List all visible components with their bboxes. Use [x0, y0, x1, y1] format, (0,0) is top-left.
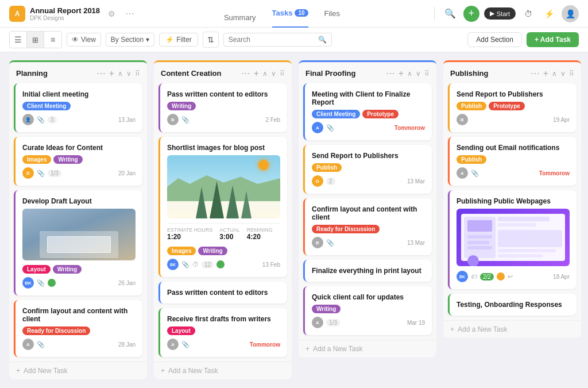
card-tags: Writing: [167, 102, 280, 110]
column-expand-cc[interactable]: ∧: [262, 70, 268, 78]
card-develop-draft[interactable]: Develop Draft Layout Layout Writing BK: [14, 190, 142, 295]
column-menu-planning[interactable]: ⋯: [96, 68, 106, 79]
column-drag-fp[interactable]: ⠿: [424, 70, 430, 78]
count-badge: 1/3: [48, 170, 61, 177]
tag-prototype: Prototype: [362, 110, 399, 118]
search-input[interactable]: [229, 36, 315, 44]
view-label-btn[interactable]: 👁 View: [67, 33, 101, 47]
column-content-creation: Content Creation ⋯ + ∧ ∨ ⠿ Pass written …: [154, 60, 292, 379]
nav-files[interactable]: Files: [324, 0, 340, 28]
avatar: A: [312, 122, 323, 133]
add-section-button[interactable]: Add Section: [467, 32, 522, 47]
eye-icon: 👁: [72, 36, 79, 44]
card-shortlist-images[interactable]: Shortlist images for blog post: [158, 137, 287, 277]
nav-summary[interactable]: Summary: [224, 0, 256, 28]
add-icon-btn[interactable]: +: [463, 6, 479, 22]
add-task-pub[interactable]: + Add a New Task: [443, 320, 581, 338]
column-drag-pub[interactable]: ⠿: [569, 70, 574, 78]
column-expand-fp[interactable]: ∧: [407, 70, 412, 78]
card-title: Receive first drafts from writers: [167, 315, 280, 323]
card-confirm-layout-planning[interactable]: Confirm layout and content with client R…: [14, 300, 142, 357]
card-meta: A 📎: [22, 339, 45, 350]
card-title: Finalize everything in print layout: [312, 267, 425, 275]
avatar: A: [167, 339, 179, 350]
column-collapse-pub[interactable]: ∨: [560, 70, 566, 78]
card-pass-content-cc[interactable]: Pass written content to editors Writing …: [158, 83, 287, 132]
column-collapse-cc[interactable]: ∨: [271, 70, 276, 78]
card-curate-ideas[interactable]: Curate Ideas for Content Images Writing …: [14, 137, 142, 186]
card-tags: Ready for Discussion: [312, 225, 425, 233]
avatar: B: [457, 114, 468, 125]
remaining-hours: Remining 4:20: [247, 227, 273, 241]
search-box[interactable]: 🔍: [223, 33, 332, 47]
card-image-scene: [167, 155, 280, 218]
list-view-btn[interactable]: ≡: [44, 32, 61, 48]
tag-ready: Ready for Discussion: [22, 326, 90, 335]
view-toggle-group: ☰ ⊞ ≡: [9, 31, 62, 48]
attachment-icon: 📎: [181, 341, 189, 348]
card-footer: BK 📎 26 Jan: [22, 277, 136, 289]
column-menu-fp[interactable]: ⋯: [386, 68, 395, 79]
column-add-planning[interactable]: +: [109, 68, 114, 79]
search-icon: 🔍: [318, 36, 327, 44]
card-date: 13 Feb: [262, 262, 280, 268]
start-button[interactable]: ▶ Start: [484, 7, 516, 20]
timer-icon-btn[interactable]: ⏱: [520, 6, 536, 22]
more-icon[interactable]: ⋯: [123, 7, 137, 21]
card-receive-drafts[interactable]: Receive first drafts from writers Layout…: [158, 308, 287, 357]
card-quick-client-call[interactable]: Quick client call for updates Writing A …: [303, 286, 432, 335]
column-drag-cc[interactable]: ⠿: [280, 70, 285, 78]
nav-tasks[interactable]: Tasks 10: [272, 0, 308, 28]
user-avatar[interactable]: 👤: [562, 5, 579, 22]
filter-button[interactable]: ⚡ Filter: [159, 33, 198, 47]
card-testing-onboarding[interactable]: Testing, Onboarding Responses: [448, 294, 577, 316]
tag-layout: Layout: [167, 326, 195, 335]
card-pass-content-2[interactable]: Pass written content to editors: [158, 282, 287, 304]
card-initial-client-meeting[interactable]: Initial client meeting Client Meeting 👤 …: [14, 83, 142, 132]
hamburger-view-btn[interactable]: ☰: [10, 32, 27, 48]
add-task-button[interactable]: + Add Task: [527, 32, 579, 47]
avatar: D: [312, 175, 323, 187]
column-collapse-planning[interactable]: ∨: [126, 70, 131, 78]
lightning-icon-btn[interactable]: ⚡: [541, 6, 557, 22]
tag-writing: Writing: [167, 102, 196, 110]
board-view-btn[interactable]: ⊞: [27, 32, 44, 48]
card-footer: A 1/3 Mar 19: [312, 317, 425, 328]
card-email-notifications[interactable]: Sending out Email notifications Publish …: [448, 137, 577, 186]
column-menu-pub[interactable]: ⋯: [531, 68, 540, 79]
add-task-cc[interactable]: + Add a New Task: [154, 362, 292, 379]
add-task-planning[interactable]: + Add New Task: [9, 362, 147, 379]
card-meta: B 📎: [167, 114, 189, 125]
card-publishing-webpages[interactable]: Publishing Public Webpages: [448, 190, 577, 289]
attachment-icon: 📎: [181, 116, 189, 124]
column-add-fp[interactable]: +: [399, 68, 404, 79]
section-dropdown[interactable]: By Section ▾: [106, 33, 154, 47]
card-title: Develop Draft Layout: [22, 197, 136, 205]
column-collapse-fp[interactable]: ∨: [416, 70, 421, 78]
card-tags: Layout: [167, 326, 280, 335]
column-expand-planning[interactable]: ∧: [118, 70, 123, 78]
column-add-pub[interactable]: +: [543, 68, 548, 79]
column-drag-planning[interactable]: ⠿: [135, 70, 140, 78]
sort-button[interactable]: ⇅: [203, 32, 219, 48]
card-date: 2 Feb: [265, 117, 280, 123]
card-send-report-pub[interactable]: Send Report to Publishers Publish Protot…: [448, 83, 577, 132]
avatar: B: [167, 114, 179, 125]
card-confirm-layout-fp[interactable]: Confirm layout and content with client R…: [303, 198, 432, 255]
card-tags: Ready for Discussion: [22, 326, 136, 335]
card-tags: Client Meeting: [22, 102, 136, 110]
avatar: 👤: [22, 114, 34, 125]
column-add-cc[interactable]: +: [254, 68, 259, 79]
card-meeting-client[interactable]: Meeting with Client to Finalize Report C…: [303, 83, 432, 140]
card-tags: Layout Writing: [22, 265, 136, 274]
add-task-fp[interactable]: + Add a New Task: [299, 340, 436, 358]
card-title: Confirm layout and content with client: [22, 307, 136, 323]
column-expand-pub[interactable]: ∧: [552, 70, 557, 78]
card-finalize-print[interactable]: Finalize everything in print layout: [303, 260, 432, 282]
column-menu-cc[interactable]: ⋯: [241, 68, 250, 79]
card-send-report-fp[interactable]: Send Report to Publishers Publish D 2 13…: [303, 145, 432, 194]
card-tags: Images Writing: [22, 155, 136, 164]
search-icon-btn[interactable]: 🔍: [442, 5, 459, 22]
settings-icon[interactable]: ⚙: [105, 7, 118, 21]
card-meta: BK 📎 ⏱ 12: [167, 259, 225, 270]
